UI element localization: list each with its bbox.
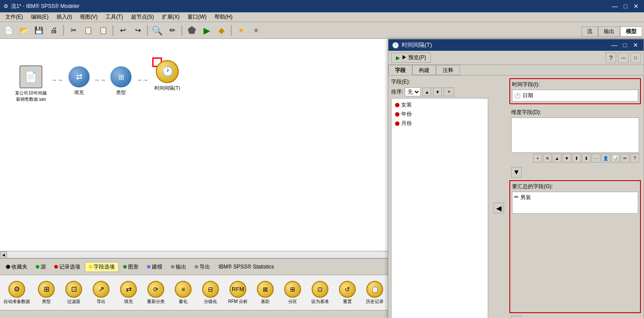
node-auto-prep[interactable]: ⚙ 自动准备数据 xyxy=(4,281,30,305)
tab-model[interactable]: 模型 xyxy=(620,26,642,37)
redo-button[interactable]: ↪ xyxy=(131,24,145,37)
dim-down-btn[interactable]: ▼ xyxy=(562,154,571,163)
add-field-btn[interactable]: + xyxy=(444,87,454,96)
node-rfm[interactable]: RFM RFM 分析 xyxy=(227,281,249,305)
sort-down-btn[interactable]: ▼ xyxy=(433,87,442,96)
star2-button[interactable]: ★ xyxy=(249,24,263,37)
dialog-tab-notes[interactable]: 注释 xyxy=(436,65,460,75)
field-list: 女装 年份 月份 xyxy=(391,98,488,318)
node-reset[interactable]: ↺ 重置 xyxy=(336,281,358,305)
search-button[interactable]: 🔍 xyxy=(150,24,164,37)
node-history[interactable]: 📋 历史记录 xyxy=(364,281,386,305)
close-button[interactable]: ✕ xyxy=(632,2,640,11)
preview-button[interactable]: ▶ ▶ 预览(P) xyxy=(391,53,431,63)
menu-view[interactable]: 视图(V) xyxy=(76,12,101,22)
sort-select[interactable]: 无 xyxy=(405,87,421,96)
cut-button[interactable]: ✂ xyxy=(66,24,80,37)
flow-node-fill[interactable]: ⇄ 填充 xyxy=(68,66,90,96)
palette-cat-modeling[interactable]: 建模 xyxy=(143,262,166,272)
dim-dots-btn[interactable]: ⋯ xyxy=(591,154,600,163)
palette-cat-output[interactable]: 输出 xyxy=(167,262,190,272)
save-button[interactable]: 💾 xyxy=(32,24,46,37)
dialog-toolbar-max[interactable]: □ xyxy=(630,53,641,63)
dialog-tab-fields[interactable]: 字段 xyxy=(388,65,412,75)
field-item-year[interactable]: 年份 xyxy=(393,110,486,119)
star1-button[interactable]: ★ xyxy=(234,24,248,37)
palette-cat-fields[interactable]: 字段选项 xyxy=(85,262,119,272)
palette-cat-favorites[interactable]: ⬟ 收藏夹 xyxy=(2,262,31,272)
tab-flow[interactable]: 流 xyxy=(581,26,598,37)
menu-help[interactable]: 帮助(H) xyxy=(211,12,236,22)
node-categorize[interactable]: ⊟ 分级化 xyxy=(200,281,222,305)
menu-edit[interactable]: 编辑(E) xyxy=(27,12,52,22)
new-button[interactable]: 📄 xyxy=(2,24,16,37)
node-fill-bottom[interactable]: ⇄ 填充 xyxy=(117,281,139,305)
palette-cat-charts[interactable]: 图形 xyxy=(119,262,143,272)
sort-up-btn[interactable]: ▲ xyxy=(422,87,431,96)
time-field-value[interactable]: 🕐 日期 xyxy=(512,90,638,102)
dialog-close-btn[interactable]: ✕ xyxy=(631,41,640,49)
tab-output[interactable]: 输出 xyxy=(598,26,620,37)
undo-button[interactable]: ↩ xyxy=(116,24,130,37)
palette-cat-export[interactable]: 导出 xyxy=(191,262,214,272)
dim-add-btn[interactable]: + xyxy=(533,154,542,163)
scroll-left-btn[interactable]: ◀ xyxy=(0,251,7,258)
menu-window[interactable]: 窗口(W) xyxy=(184,12,210,22)
dim-chart-btn[interactable]: 📊 xyxy=(611,154,620,163)
transfer-right-btn[interactable]: ◀ xyxy=(493,203,504,213)
summary-field-box[interactable]: ✏ 男装 xyxy=(512,192,638,214)
dim-down2-btn[interactable]: ⬇ xyxy=(582,154,591,163)
node-type-bottom[interactable]: ⊞ 类型 xyxy=(35,281,57,305)
dim-person-btn[interactable]: 👤 xyxy=(601,154,610,163)
summary-edit-icon: ✏ xyxy=(514,194,519,200)
menu-file[interactable]: 文件(E) xyxy=(2,12,26,22)
transfer-up-btn[interactable]: ▲ xyxy=(511,316,522,318)
dim-help-btn[interactable]: ? xyxy=(630,154,639,163)
dim-up-btn[interactable]: ▲ xyxy=(553,154,561,163)
flow-node-source[interactable]: 📄 某公司10年间服装销售数据.sav xyxy=(13,65,49,102)
dim-cross-btn[interactable]: ✕ xyxy=(543,154,552,163)
node-base[interactable]: ⊠ 基距 xyxy=(254,281,276,305)
menu-tools[interactable]: 工具(T) xyxy=(102,12,126,22)
menu-extend[interactable]: 扩展(X) xyxy=(158,12,183,22)
dialog-toolbar-min[interactable]: — xyxy=(618,53,629,63)
app-icon: ⚙ xyxy=(4,3,8,9)
node-set-baseline[interactable]: ⊡ 设为基准 xyxy=(309,281,331,305)
field-item-month[interactable]: 月份 xyxy=(393,119,486,128)
node-partition[interactable]: ⊞ 分区 xyxy=(282,281,304,305)
flow-node-type[interactable]: ⊞ 类型 xyxy=(110,66,132,96)
dim-edit-btn[interactable]: ✏ xyxy=(621,154,629,163)
node-export-bottom[interactable]: ↗ 导出 xyxy=(90,281,112,305)
palette-cat-spss[interactable]: IBM® SPSS® Statistics xyxy=(215,262,278,271)
menu-insert[interactable]: 插入(I) xyxy=(53,12,75,22)
transfer-down-btn[interactable]: ▼ xyxy=(511,167,522,178)
maximize-button[interactable]: □ xyxy=(621,2,630,11)
edit2-button[interactable]: ✏ xyxy=(165,24,179,37)
run-button[interactable]: ▶ xyxy=(200,24,214,37)
paste-button[interactable]: 📋 xyxy=(96,24,110,37)
print-button[interactable]: 🖨 xyxy=(47,24,61,37)
dialog-help-btn[interactable]: ? xyxy=(606,53,616,63)
canvas-tabs: 流 输出 模型 xyxy=(581,24,642,37)
menu-supernode[interactable]: 超节点(S) xyxy=(128,12,158,22)
flow-node-time[interactable]: 🕐 时间间隔(T) xyxy=(154,60,180,91)
dim-up2-btn[interactable]: ⬆ xyxy=(572,154,581,163)
dialog-tab-build[interactable]: 构建 xyxy=(412,65,436,75)
pause-button[interactable]: ◆ xyxy=(215,24,229,37)
summary-value: 男装 xyxy=(520,194,531,201)
node-quantize[interactable]: ≡ 量化 xyxy=(172,281,194,305)
palette-cat-source[interactable]: 源 xyxy=(32,262,50,272)
node-filter[interactable]: ⊡ 过滤器 xyxy=(63,281,85,305)
field-item-female[interactable]: 女装 xyxy=(393,100,486,110)
palette-cat-records[interactable]: 记录选项 xyxy=(50,262,84,272)
dialog-max-btn[interactable]: □ xyxy=(621,41,629,49)
dialog-min-btn[interactable]: — xyxy=(610,41,619,49)
copy-button[interactable]: 📋 xyxy=(81,24,95,37)
field-label-month: 月份 xyxy=(401,120,412,127)
stop-button[interactable]: ⬟ xyxy=(185,24,199,37)
node-reclassify[interactable]: ⟳ 重新分类 xyxy=(145,281,167,305)
minimize-button[interactable]: — xyxy=(610,2,619,11)
favorites-icon: ⬟ xyxy=(6,264,10,270)
open-button[interactable]: 📂 xyxy=(17,24,31,37)
dim-field-box[interactable] xyxy=(511,117,639,153)
